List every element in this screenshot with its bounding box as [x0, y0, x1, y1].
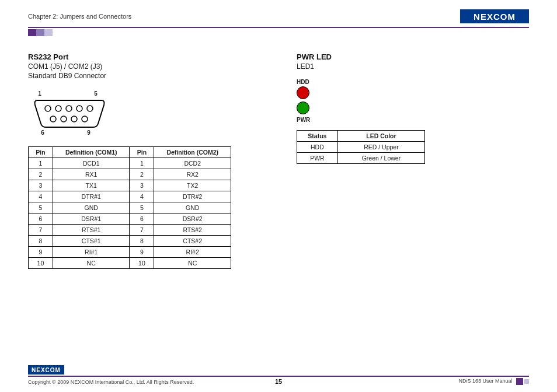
table-cell: 2	[29, 169, 53, 180]
table-cell: 7	[29, 225, 53, 236]
footer-row: Copyright © 2009 NEXCOM International Co…	[28, 378, 529, 385]
square-icon	[44, 29, 53, 36]
footer-logo: NEXCOM	[28, 365, 64, 374]
led-diagram: HDD PWR	[297, 79, 472, 123]
table-row: HDDRED / Upper	[297, 142, 425, 153]
table-cell: DTR#2	[154, 191, 231, 202]
table-cell: RX2	[154, 169, 231, 180]
logo-text: NEXCOM	[474, 12, 516, 22]
table-cell: GND	[154, 202, 231, 214]
copyright-text: Copyright © 2009 NEXCOM International Co…	[28, 379, 194, 385]
footer: NEXCOM Copyright © 2009 NEXCOM Internati…	[28, 364, 529, 386]
table-cell: PWR	[297, 153, 338, 164]
th-pin2: Pin	[130, 147, 154, 158]
table-cell: NC	[53, 258, 130, 269]
table-cell: CTS#2	[154, 236, 231, 247]
table-cell: 5	[29, 202, 53, 214]
table-cell: 4	[130, 191, 154, 202]
db9-diagram: 1 5 6	[32, 90, 250, 136]
table-row: 4DTR#14DTR#2	[29, 191, 231, 202]
table-cell: RED / Upper	[337, 142, 424, 153]
db9-connector-icon	[32, 97, 107, 130]
table-cell: CTS#1	[53, 236, 130, 247]
table-row: 1DCD11DCD2	[29, 158, 231, 169]
table-cell: 6	[130, 214, 154, 225]
rs232-section: RS232 Port COM1 (J5) / COM2 (J3) Standar…	[28, 52, 250, 269]
th-status: Status	[297, 131, 338, 142]
square-icon	[28, 29, 36, 36]
table-cell: HDD	[297, 142, 338, 153]
footer-logo-text: NEXCOM	[32, 367, 61, 373]
rs232-sub2: Standard DB9 Connector	[28, 72, 250, 80]
rs232-title: RS232 Port	[28, 52, 250, 61]
table-cell: 8	[29, 236, 53, 247]
table-cell: 5	[130, 202, 154, 214]
th-color: LED Color	[337, 131, 424, 142]
page: Chapter 2: Jumpers and Connectors NEXCOM…	[0, 0, 557, 392]
table-cell: Green / Lower	[337, 153, 424, 164]
led-table: Status LED Color HDDRED / UpperPWRGreen …	[297, 130, 425, 164]
table-cell: RI#2	[154, 247, 231, 258]
table-cell: GND	[53, 202, 130, 214]
table-cell: DSR#2	[154, 214, 231, 225]
table-cell: 9	[29, 247, 53, 258]
th-pin1: Pin	[29, 147, 53, 158]
led-tbody: HDDRED / UpperPWRGreen / Lower	[297, 142, 425, 164]
hdd-led-icon	[297, 86, 309, 99]
hdd-label: HDD	[297, 79, 472, 85]
table-cell: RI#1	[53, 247, 130, 258]
table-cell: 3	[29, 180, 53, 191]
table-cell: 2	[130, 169, 154, 180]
square-icon	[516, 378, 523, 385]
rs232-sub1: COM1 (J5) / COM2 (J3)	[28, 62, 250, 71]
table-row: 7RTS#17RTS#2	[29, 225, 231, 236]
table-cell: 4	[29, 191, 53, 202]
table-cell: 9	[130, 247, 154, 258]
rs232-pin-table: Pin Definition (COM1) Pin Definition (CO…	[28, 146, 231, 269]
table-cell: NC	[154, 258, 231, 269]
table-cell: 3	[130, 180, 154, 191]
th-def2: Definition (COM2)	[154, 147, 231, 158]
rs232-tbody: 1DCD11DCD22RX12RX23TX13TX24DTR#14DTR#25G…	[29, 158, 231, 269]
pwrled-sub: LED1	[297, 62, 472, 71]
table-row: 2RX12RX2	[29, 169, 231, 180]
table-cell: TX1	[53, 180, 130, 191]
db9-bottom-labels: 6 9	[32, 130, 250, 136]
table-header-row: Status LED Color	[297, 131, 425, 142]
table-cell: 7	[130, 225, 154, 236]
table-cell: 10	[29, 258, 53, 269]
decorative-squares	[28, 29, 529, 36]
table-row: 9RI#19RI#2	[29, 247, 231, 258]
table-cell: DTR#1	[53, 191, 130, 202]
pwr-led-section: PWR LED LED1 HDD PWR Status LED Color HD…	[297, 52, 472, 269]
db9-top-labels: 1 5	[32, 90, 250, 97]
square-icon	[524, 379, 529, 384]
pin-label-5: 5	[90, 90, 102, 97]
header: Chapter 2: Jumpers and Connectors NEXCOM	[28, 8, 529, 24]
pin-label-6: 6	[32, 130, 54, 136]
page-number: 15	[275, 378, 282, 385]
table-cell: RX1	[53, 169, 130, 180]
table-row: 8CTS#18CTS#2	[29, 236, 231, 247]
square-icon	[36, 29, 44, 36]
table-row: 3TX13TX2	[29, 180, 231, 191]
table-row: 5GND5GND	[29, 202, 231, 214]
table-cell: 6	[29, 214, 53, 225]
table-cell: DSR#1	[53, 214, 130, 225]
manual-name: NDiS 163 User Manual	[458, 378, 529, 385]
table-row: PWRGreen / Lower	[297, 153, 425, 164]
table-cell: RTS#2	[154, 225, 231, 236]
table-row: 10NC10NC	[29, 258, 231, 269]
manual-text: NDiS 163 User Manual	[458, 378, 512, 384]
table-cell: 1	[130, 158, 154, 169]
table-cell: 8	[130, 236, 154, 247]
footer-rule	[28, 376, 529, 377]
nexcom-logo: NEXCOM	[460, 9, 529, 23]
table-cell: 1	[29, 158, 53, 169]
table-cell: RTS#1	[53, 225, 130, 236]
pwrled-title: PWR LED	[297, 52, 472, 61]
table-cell: DCD1	[53, 158, 130, 169]
pwr-led-icon	[297, 102, 309, 114]
table-row: 6DSR#16DSR#2	[29, 214, 231, 225]
header-rule	[28, 27, 529, 28]
